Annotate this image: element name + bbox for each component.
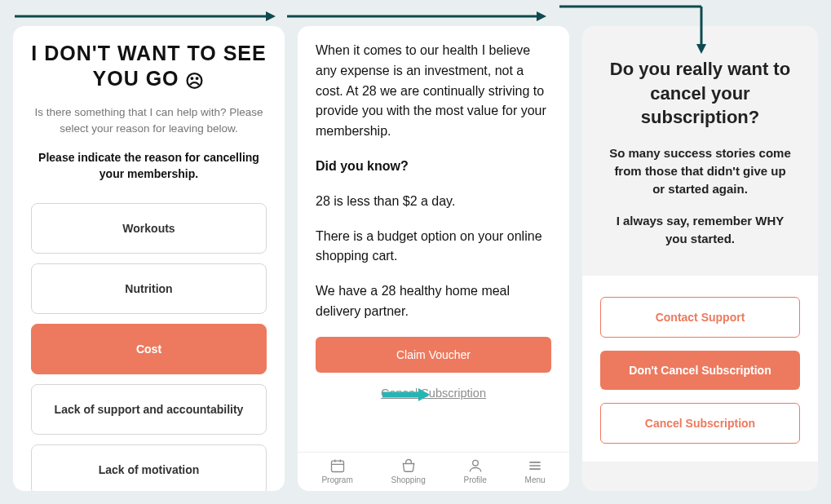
menu-icon bbox=[527, 458, 543, 474]
reason-option-support[interactable]: Lack of support and accountability bbox=[31, 384, 267, 435]
svg-marker-8 bbox=[418, 388, 430, 401]
title-line1: I DON'T WANT TO SEE bbox=[31, 42, 266, 64]
claim-voucher-button[interactable]: Claim Voucher bbox=[316, 337, 551, 373]
retention-body: When it comes to our health I believe an… bbox=[316, 41, 551, 322]
reason-prompt: Please indicate the reason for cancellin… bbox=[31, 150, 267, 182]
bottom-nav: Program Shopping Profile Menu bbox=[298, 452, 569, 491]
reason-option-cost[interactable]: Cost bbox=[31, 324, 267, 374]
confirm-title: Do you really want to cancel your subscr… bbox=[607, 57, 793, 130]
page-subtitle: Is there something that I can help with?… bbox=[31, 104, 267, 138]
nav-profile[interactable]: Profile bbox=[464, 458, 487, 484]
confirm-cancel-screen: Do you really want to cancel your subscr… bbox=[582, 26, 818, 491]
retention-para4: We have a 28 healthy home meal delivery … bbox=[316, 281, 551, 322]
svg-marker-1 bbox=[266, 11, 276, 21]
contact-support-button[interactable]: Contact Support bbox=[600, 297, 800, 338]
nav-shopping[interactable]: Shopping bbox=[391, 458, 425, 484]
confirm-buttons: Contact Support Don't Cancel Subscriptio… bbox=[582, 276, 818, 462]
reason-option-workouts[interactable]: Workouts bbox=[31, 203, 267, 254]
retention-para3: There is a budget option on your online … bbox=[316, 227, 551, 267]
page-title: I DON'T WANT TO SEE YOU GO ☹ bbox=[31, 41, 267, 93]
svg-rect-9 bbox=[331, 461, 343, 471]
retention-heading: Did you know? bbox=[316, 157, 551, 177]
dont-cancel-button[interactable]: Don't Cancel Subscription bbox=[600, 351, 800, 390]
nav-menu[interactable]: Menu bbox=[525, 458, 546, 484]
profile-icon bbox=[467, 458, 484, 474]
pointer-arrow-icon bbox=[382, 387, 430, 402]
reason-option-nutrition[interactable]: Nutrition bbox=[31, 263, 267, 314]
cancel-subscription-button[interactable]: Cancel Subscription bbox=[600, 403, 800, 444]
retention-para1: When it comes to our health I believe an… bbox=[316, 41, 551, 142]
title-line2: YOU GO bbox=[93, 67, 179, 90]
reason-option-motivation[interactable]: Lack of motivation bbox=[31, 444, 267, 491]
svg-marker-3 bbox=[537, 11, 546, 21]
shopping-icon bbox=[400, 458, 417, 474]
confirm-para2: I always say, remember WHY you started. bbox=[607, 212, 793, 248]
reason-options: Workouts Nutrition Cost Lack of support … bbox=[31, 203, 267, 491]
reason-select-screen: I DON'T WANT TO SEE YOU GO ☹ Is there so… bbox=[13, 26, 285, 491]
svg-point-13 bbox=[472, 460, 478, 466]
nav-program[interactable]: Program bbox=[321, 458, 352, 484]
retention-para2: 28 is less than $2 a day. bbox=[316, 192, 551, 212]
program-icon bbox=[329, 458, 346, 474]
cancel-link-row: Cancel Subscription bbox=[316, 386, 551, 400]
confirm-para1: So many success stories come from those … bbox=[607, 144, 793, 197]
sad-face-icon: ☹ bbox=[185, 71, 205, 91]
retention-offer-screen: When it comes to our health I believe an… bbox=[298, 26, 569, 491]
